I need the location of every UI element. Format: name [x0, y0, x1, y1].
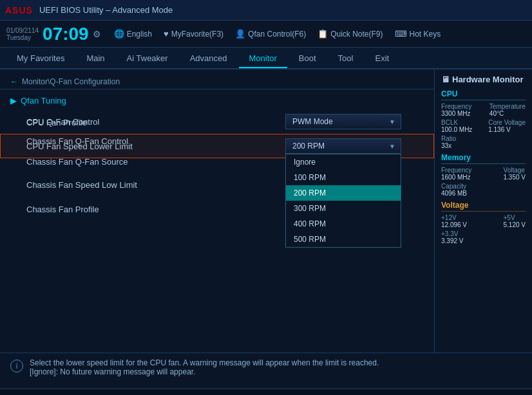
- monitor-icon: 🖥: [441, 75, 450, 84]
- bios-title: UEFI BIOS Utility – Advanced Mode: [39, 5, 173, 15]
- time-display: 07:09: [43, 24, 89, 44]
- main-content: ← Monitor\Q-Fan Configuration ▶ Qfan Tun…: [0, 69, 532, 353]
- hw-voltage-section: Voltage: [441, 201, 526, 212]
- nav-my-favorites[interactable]: My Favorites: [6, 50, 75, 68]
- breadcrumb: ← Monitor\Q-Fan Configuration: [0, 75, 434, 89]
- footer-nav: Last Modified | EzMode(F7)|→ | Search on…: [0, 389, 532, 395]
- nav-monitor[interactable]: Monitor: [239, 50, 287, 68]
- datetime-block: 01/09/2114 Tuesday 07:09 ⚙: [6, 24, 101, 44]
- cpu-fan-speed-value: 200 RPM Ignore 100 RPM 200 RPM 300 RPM 4…: [285, 138, 414, 154]
- asus-logo: ASUS: [5, 5, 33, 15]
- nav-boot[interactable]: Boot: [289, 50, 327, 68]
- hw-cpu-section: CPU: [441, 89, 526, 100]
- dropdown-menu: Ignore 100 RPM 200 RPM 300 RPM 400 RPM 5…: [285, 154, 401, 248]
- option-300rpm[interactable]: 300 RPM: [286, 201, 401, 216]
- nav-exit[interactable]: Exit: [365, 50, 399, 68]
- heart-icon: ♥: [164, 29, 169, 39]
- back-arrow-icon[interactable]: ←: [10, 77, 18, 86]
- note-icon: 📋: [318, 29, 328, 39]
- hw-volt-33v: +3.3V 3.392 V: [441, 230, 526, 244]
- nav-bar: My Favorites Main Ai Tweaker Advanced Mo…: [0, 48, 532, 69]
- info-items: 🌐 English ♥ MyFavorite(F3) 👤 Qfan Contro…: [114, 29, 526, 39]
- hotkeys-item[interactable]: ⌨ Hot Keys: [395, 29, 441, 39]
- option-200rpm[interactable]: 200 RPM: [286, 185, 401, 201]
- hw-memory-section: Memory: [441, 153, 526, 164]
- option-400rpm[interactable]: 400 RPM: [286, 216, 401, 232]
- hw-mem-freq-volt: Frequency 1600 MHz Voltage 1.350 V: [441, 167, 526, 181]
- option-ignore[interactable]: Ignore: [286, 154, 401, 170]
- hw-volt-12v-5v: +12V 12.096 V +5V 5.120 V: [441, 214, 526, 228]
- keyboard-icon: ⌨: [395, 29, 407, 39]
- option-500rpm[interactable]: 500 RPM: [286, 232, 401, 247]
- cpu-fan-speed-dropdown[interactable]: 200 RPM: [285, 138, 401, 154]
- section-header[interactable]: ▶ Qfan Tuning: [0, 92, 434, 109]
- nav-ai-tweaker[interactable]: Ai Tweaker: [117, 50, 178, 68]
- info-text: Select the lower speed limit for the CPU…: [30, 358, 379, 376]
- section-label: Qfan Tuning: [21, 96, 66, 106]
- right-panel: 🖥 Hardware Monitor CPU Frequency 3300 MH…: [434, 69, 532, 353]
- gear-icon[interactable]: ⚙: [93, 29, 101, 39]
- nav-tool[interactable]: Tool: [328, 50, 364, 68]
- globe-icon: 🌐: [114, 29, 124, 39]
- nav-main[interactable]: Main: [76, 50, 115, 68]
- qfan-item[interactable]: 👤 Qfan Control(F6): [235, 29, 306, 39]
- breadcrumb-path: Monitor\Q-Fan Configuration: [22, 77, 120, 86]
- qfan-icon: 👤: [235, 29, 245, 39]
- chassis-speed-label: Chassis Fan Speed Low Limit: [26, 180, 285, 190]
- nav-advanced[interactable]: Advanced: [180, 50, 238, 68]
- info-line1: Select the lower speed limit for the CPU…: [30, 358, 379, 367]
- cpu-qfan-value: PWM Mode: [285, 114, 414, 129]
- language-item[interactable]: 🌐 English: [114, 29, 152, 39]
- quicknote-item[interactable]: 📋 Quick Note(F9): [318, 29, 383, 39]
- info-box: i Select the lower speed limit for the C…: [0, 353, 532, 389]
- hw-cpu-ratio: Ratio 33x: [441, 135, 526, 149]
- option-100rpm[interactable]: 100 RPM: [286, 170, 401, 185]
- hw-cpu-bclk-volt: BCLK 100.0 MHz Core Voltage 1.136 V: [441, 119, 526, 133]
- chassis-profile-label: Chassis Fan Profile: [26, 205, 285, 214]
- date-display: 01/09/2114 Tuesday: [6, 27, 39, 41]
- hw-cpu-freq-temp: Frequency 3300 MHz Temperature 40°C: [441, 103, 526, 117]
- section-arrow-icon: ▶: [10, 96, 17, 106]
- info-bar: 01/09/2114 Tuesday 07:09 ⚙ 🌐 English ♥ M…: [0, 21, 532, 48]
- info-line2: [Ignore]: No future warning message will…: [30, 367, 379, 376]
- cpu-qfan-dropdown[interactable]: PWM Mode: [285, 114, 401, 129]
- header-bar: ASUS UEFI BIOS Utility – Advanced Mode: [0, 0, 532, 21]
- hw-monitor-title: 🖥 Hardware Monitor: [441, 75, 526, 84]
- left-panel: ← Monitor\Q-Fan Configuration ▶ Qfan Tun…: [0, 69, 434, 353]
- favorites-item[interactable]: ♥ MyFavorite(F3): [164, 29, 223, 39]
- chassis-source-label: Chassis Fan Q-Fan Source: [26, 157, 285, 167]
- info-circle-icon: i: [10, 360, 23, 372]
- hw-mem-capacity: Capacity 4096 MB: [441, 183, 526, 197]
